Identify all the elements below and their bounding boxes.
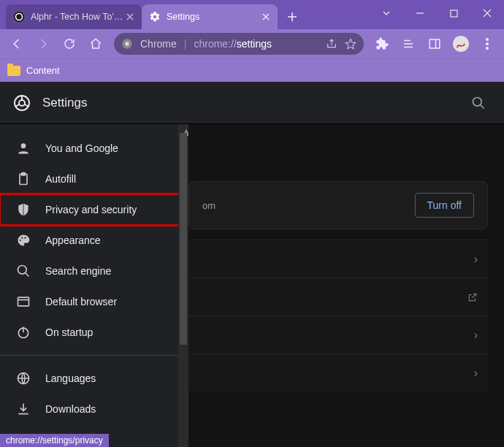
scroll-up-icon: ▲ <box>180 126 186 131</box>
sidebar-item-label: Autofill <box>45 173 76 185</box>
clipboard-icon <box>16 172 31 186</box>
svg-rect-14 <box>22 173 26 175</box>
svg-rect-5 <box>429 39 440 48</box>
tab-strip: Alphr - Tech How To's & C Settings <box>6 4 305 29</box>
sidebar-item-downloads[interactable]: Downloads <box>0 394 188 424</box>
folder-icon <box>7 66 20 76</box>
sidebar-item-autofill[interactable]: Autofill <box>0 164 188 194</box>
omnibox-prefix: Chrome <box>140 38 177 50</box>
svg-point-16 <box>21 237 23 239</box>
globe-icon <box>16 371 31 386</box>
reading-list-icon[interactable] <box>396 31 421 56</box>
svg-point-12 <box>21 143 26 148</box>
close-icon[interactable] <box>124 11 136 23</box>
chevron-right-icon: › <box>474 367 478 380</box>
favicon-alphr-icon <box>13 11 25 23</box>
svg-rect-2 <box>451 10 457 17</box>
close-icon[interactable] <box>260 11 272 23</box>
svg-point-4 <box>125 42 129 45</box>
sidebar-item-label: Languages <box>45 372 96 384</box>
sidebar-item-you-and-google[interactable]: You and Google <box>0 133 188 164</box>
sidebar-item-label: Appearance <box>45 234 101 246</box>
reload-button[interactable] <box>57 31 82 56</box>
address-bar[interactable]: Chrome | chrome://settings <box>114 33 364 55</box>
profile-avatar[interactable] <box>448 31 473 56</box>
svg-point-17 <box>24 237 26 239</box>
open-external-icon <box>467 292 478 302</box>
bookmarks-bar: Content <box>0 58 504 82</box>
tab-label: Alphr - Tech How To's & C <box>31 12 124 22</box>
window-controls <box>370 0 504 29</box>
sidebar-item-label: On startup <box>45 326 93 338</box>
browser-toolbar: Chrome | chrome://settings <box>0 29 504 58</box>
svg-point-6 <box>486 38 489 41</box>
sidebar-item-label: Default browser <box>45 296 117 307</box>
forward-button[interactable] <box>31 31 56 56</box>
svg-point-8 <box>486 47 489 50</box>
settings-row[interactable]: › <box>188 316 488 354</box>
svg-rect-19 <box>18 297 29 306</box>
sidebar-item-on-startup[interactable]: On startup <box>0 317 188 348</box>
omnibox-url: chrome://settings <box>194 38 318 50</box>
browser-window-icon <box>16 294 31 309</box>
sidebar-item-languages[interactable]: Languages <box>0 363 188 394</box>
side-panel-icon[interactable] <box>422 31 447 56</box>
svg-point-10 <box>19 100 25 106</box>
svg-point-15 <box>20 240 21 241</box>
gear-icon <box>149 11 161 23</box>
power-icon <box>16 325 31 340</box>
svg-point-18 <box>18 266 27 275</box>
sidebar-item-privacy-and-security[interactable]: Privacy and security <box>0 194 188 225</box>
dropdown-icon[interactable] <box>370 4 403 22</box>
kebab-menu-icon[interactable] <box>475 31 500 56</box>
page-title: Settings <box>42 96 87 110</box>
chrome-logo-icon <box>121 38 133 50</box>
window-titlebar: Alphr - Tech How To's & C Settings <box>0 0 504 29</box>
person-icon <box>16 141 31 156</box>
maximize-button[interactable] <box>437 4 470 22</box>
settings-row[interactable]: › <box>188 354 488 391</box>
minimize-button[interactable] <box>403 4 437 22</box>
chevron-right-icon: › <box>474 329 478 342</box>
star-icon[interactable] <box>345 38 356 50</box>
settings-header: Settings <box>0 82 504 124</box>
new-tab-button[interactable] <box>282 7 302 27</box>
back-button[interactable] <box>4 31 29 56</box>
settings-row[interactable]: › <box>188 240 488 278</box>
sync-card: om Turn off <box>188 181 488 229</box>
sync-card-text: om <box>202 200 215 211</box>
sidebar-separator <box>0 355 188 356</box>
sidebar-item-default-browser[interactable]: Default browser <box>0 286 188 317</box>
extensions-icon[interactable] <box>370 31 394 56</box>
settings-row[interactable] <box>188 278 488 316</box>
avatar <box>453 36 469 52</box>
scrollbar-thumb[interactable] <box>180 133 187 345</box>
search-icon[interactable] <box>466 91 491 115</box>
chevron-right-icon: › <box>474 253 478 266</box>
settings-main-panel: om Turn off › › › <box>188 124 504 447</box>
sidebar-item-label: You and Google <box>45 142 118 154</box>
sidebar-scrollbar[interactable]: ▲ <box>178 124 188 447</box>
share-icon[interactable] <box>326 38 337 50</box>
tab-alphr[interactable]: Alphr - Tech How To's & C <box>6 4 142 29</box>
sidebar-item-label: Downloads <box>45 403 96 415</box>
svg-point-7 <box>486 42 489 45</box>
shield-icon <box>16 202 31 217</box>
sidebar-item-label: Search engine <box>45 265 111 277</box>
tab-settings[interactable]: Settings <box>142 4 278 29</box>
home-button[interactable] <box>83 31 108 56</box>
svg-point-11 <box>473 97 482 106</box>
palette-icon <box>16 233 31 248</box>
sidebar-item-search-engine[interactable]: Search engine <box>0 256 188 286</box>
sidebar-item-appearance[interactable]: Appearance <box>0 225 188 256</box>
settings-sidebar: You and Google Autofill Privacy and secu… <box>0 124 188 447</box>
chrome-logo-icon <box>13 94 31 112</box>
tab-label: Settings <box>167 12 260 22</box>
sidebar-item-label: Privacy and security <box>45 204 137 215</box>
window-close-button[interactable] <box>470 4 504 22</box>
turn-off-button[interactable]: Turn off <box>415 193 474 218</box>
status-bar-url: chrome://settings/privacy <box>0 434 109 447</box>
download-icon <box>16 402 31 416</box>
bookmark-content[interactable]: Content <box>26 65 60 76</box>
magnifier-icon <box>16 264 31 278</box>
